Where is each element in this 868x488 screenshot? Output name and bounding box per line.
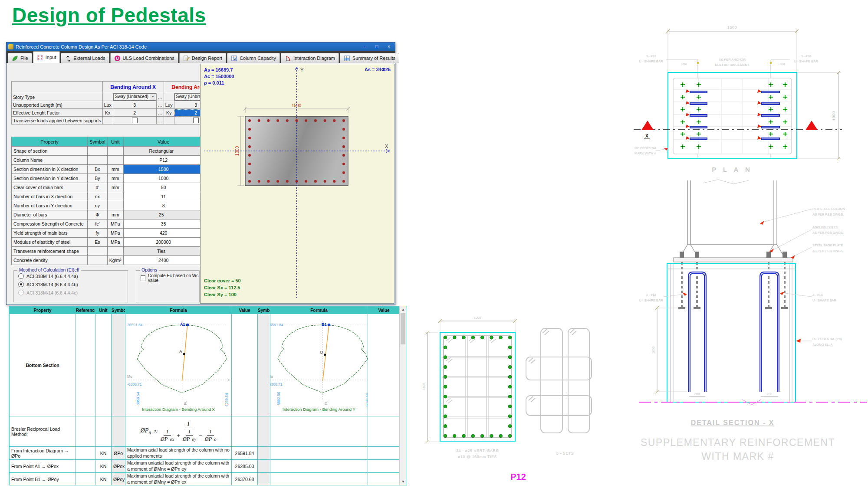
transverse-y-checkbox[interactable] [193,118,199,123]
clear-sx-value: Clear Sx = 112.5 [204,284,241,291]
es-field[interactable]: 200000 [123,238,204,247]
table-row: Shape of sectionRectangular▾ [12,147,204,156]
kx-field[interactable]: 2 [113,109,156,117]
table-row: Yield strength of main barsfyMPa420 [12,229,204,238]
tab-input[interactable]: Input [33,51,60,63]
ac-value: Ac = 1500000 [204,73,234,80]
tab-design-report[interactable]: Design Report [179,53,226,63]
transverse-shape-select[interactable]: Ties▾ [123,247,204,255]
p12-rebar-dots [444,336,512,438]
tab-summary-of-results[interactable]: Summary of Results [340,53,399,63]
column-name-field[interactable]: P12 [123,156,204,165]
nx-field[interactable]: 11 [123,192,204,201]
detail-pedestal-note: RC PEDESTAL (P9) [812,337,842,341]
detail-column-note: PEB STEEL COLUMN [812,207,845,211]
axis-x-label: X [385,144,388,149]
axis-y-label: Y [300,67,304,72]
svg-text:-8892.56: -8892.56 [276,392,281,406]
leaf-icon [12,55,18,62]
svg-text:ø10 @ 150mm TIES: ø10 @ 150mm TIES [458,455,497,459]
chart-caption: Interaction Diagram - Bending Around Y [283,407,355,412]
scroll-down-icon[interactable]: ▼ [400,478,407,485]
chevron-down-icon[interactable]: ▾ [150,94,156,100]
fc-field[interactable]: 35 [123,219,204,229]
ny-field[interactable]: 8 [123,201,204,210]
svg-text:ALONG EL. A: ALONG EL. A [812,343,832,347]
tab-column-capacity[interactable]: Column Capacity [227,53,280,63]
plan-dim-350: 350 [681,62,687,66]
p12-dim-1500: 1500 [422,383,426,390]
radio-aci-4b[interactable]: ACI 318M-14 (6.6.4.4.4b) [18,282,128,287]
section-icon [37,54,43,61]
kx-more-button[interactable]: ... [156,109,164,117]
table-row: Column NameP12 [12,156,204,165]
table-row: Number of bars in Y directionny8 [12,201,204,210]
summary-table-icon [344,55,350,62]
detail-caption: DETAIL SECTION - X [691,419,775,426]
section-marker-left [641,121,654,130]
p12-section-drawing: 1000 1500 34 - ø25 VERT. BARS ø10 @ 150m… [412,299,608,488]
fy-field[interactable]: 420 [123,229,204,238]
cover-field[interactable]: 50 [123,183,204,192]
shape-of-section-select[interactable]: Rectangular▾ [123,147,204,155]
property-table: Property Symbol Unit Value Shape of sect… [11,137,204,265]
svg-text:-6308.71: -6308.71 [270,382,283,386]
radio-icon[interactable] [18,273,24,279]
options-legend: Options [140,267,159,272]
story-x-more-button[interactable]: ... [156,93,164,101]
svg-text:U - SHAPE BAR: U - SHAPE BAR [812,298,837,302]
svg-text:U - SHAPE BAR: U - SHAPE BAR [639,298,663,302]
lux-more-button[interactable]: ... [156,101,164,109]
svg-text:26591.84: 26591.84 [270,323,283,327]
table-row: Section dimension in X directionBxmm1500 [12,165,204,174]
app-icon [8,44,13,49]
maximize-button[interactable]: □ [371,43,383,51]
svg-text:MARK WITH #: MARK WITH # [635,151,656,155]
plan-dim-1000: 1000 [832,111,836,121]
detail-dim-200-right: 200 [767,392,773,396]
column-section-drawing: 1500 1000 Y X [201,64,393,302]
compute-ec-option[interactable]: Compute Ec based on Wc value [141,273,199,283]
story-type-x-select[interactable]: Sway (Unbraced)▾ [113,93,156,101]
results-table: Property Reference Unit Symbol Formula V… [9,306,400,485]
by-field[interactable]: 1000 [123,174,204,183]
tab-interaction-diagram[interactable]: Interaction Diagram [281,53,339,63]
close-button[interactable]: × [383,43,395,51]
svg-text:B1: B1 [321,322,326,327]
compute-ec-checkbox[interactable] [141,275,145,281]
rho-value: ρ = 0.011 [204,80,234,86]
tab-uls-load-combinations[interactable]: U ULS Load Combinations [110,53,178,63]
section-marker-right [806,121,818,130]
results-scrollbar[interactable]: ▲ ▼ [399,306,407,485]
section-info: As = 16689.7 Ac = 1500000 ρ = 0.011 [204,67,234,86]
method-legend: Meothod of Calculation (EI)eff [17,267,81,272]
svg-text:AS PER PEB DWGS.: AS PER PEB DWGS. [812,231,844,235]
density-field[interactable]: 2400 [123,256,204,265]
radio-icon[interactable] [18,282,24,287]
bending-table: Bending Around X Bending Around Y Story … [11,81,225,124]
svg-text:AS PER PEB DWGS.: AS PER PEB DWGS. [812,249,844,253]
bar-diameter-select[interactable]: 25▾ [123,210,204,219]
scroll-up-icon[interactable]: ▲ [400,306,407,313]
clear-sy-value: Clear Sy = 100 [204,291,241,298]
transverse-x-checkbox[interactable] [132,118,138,123]
bx-field[interactable]: 1500 [123,165,204,174]
bending-x-header: Bending Around X [102,82,164,93]
svg-text:Mu: Mu [270,374,273,378]
svg-text:Pu: Pu [323,400,328,405]
scrollbar-thumb[interactable] [401,313,405,344]
tab-external-loads[interactable]: External Loads [61,53,109,63]
plan-section-x-label: X [645,134,648,138]
radio-aci-4a[interactable]: ACI 318M-14 (6.6.4.4.4a) [18,273,128,279]
transverse-x-more-button[interactable]: ... [156,117,164,124]
plan-dim-1500: 1500 [727,25,737,29]
svg-text:8892.56: 8892.56 [365,393,368,406]
clear-cover-value: Clear cover = 50 [204,277,241,284]
detail-bolts-note: ANCHOR BOLTS [812,225,838,229]
minimize-button[interactable]: – [358,43,371,51]
app-window: Reinforced Concrete Column Design As Per… [6,42,395,305]
tab-file[interactable]: File [8,53,32,63]
radio-icon [18,290,24,295]
lux-field[interactable]: 3 [113,101,156,109]
table-row: Compression Strength of Concretefc'MPa35 [12,219,204,229]
